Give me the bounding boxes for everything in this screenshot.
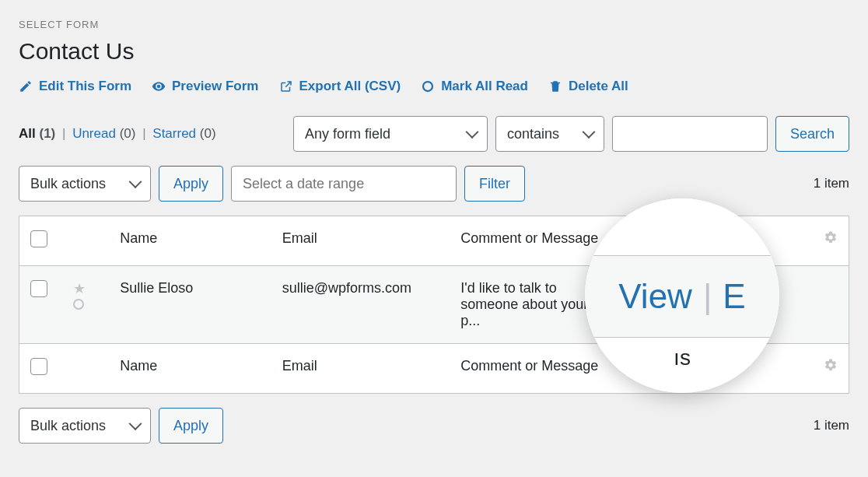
- filter-button[interactable]: Filter: [464, 166, 525, 202]
- read-indicator-icon[interactable]: [73, 299, 84, 310]
- search-button[interactable]: Search: [775, 116, 849, 152]
- filter-toolbar-upper: All (1) | Unread (0) | Starred (0) Any f…: [19, 116, 849, 152]
- apply-button-bottom[interactable]: Apply: [159, 408, 223, 444]
- gear-icon[interactable]: [824, 232, 838, 247]
- trash-icon: [548, 79, 562, 93]
- bulk-actions-select-bottom[interactable]: Bulk actions: [19, 408, 151, 444]
- cell-name: Sullie Eloso: [109, 266, 271, 344]
- zoom-overlay: View | E ıs: [585, 198, 779, 393]
- mark-all-read-label: Mark All Read: [441, 79, 528, 94]
- page-title: Contact Us: [19, 38, 849, 65]
- date-range-input[interactable]: [231, 166, 457, 202]
- col-name[interactable]: Name: [109, 216, 271, 266]
- status-all-count: (1): [39, 126, 55, 141]
- preview-form-label: Preview Form: [172, 79, 259, 94]
- filter-toolbar-lower: Bulk actions Apply Filter 1 item: [19, 166, 849, 202]
- toolbar-bottom: Bulk actions Apply 1 item: [19, 408, 849, 444]
- zoom-separator: |: [703, 277, 712, 316]
- star-icon[interactable]: ★: [73, 281, 86, 296]
- status-starred[interactable]: Starred (0): [152, 126, 215, 141]
- select-all-checkbox-top[interactable]: [30, 230, 47, 247]
- bulk-actions-select-top[interactable]: Bulk actions: [19, 166, 151, 202]
- delete-all-label: Delete All: [569, 79, 628, 94]
- col-email-foot[interactable]: Email: [271, 344, 450, 394]
- delete-all-link[interactable]: Delete All: [548, 79, 628, 94]
- status-unread-label: Unread: [72, 126, 116, 141]
- export-csv-link[interactable]: Export All (CSV): [279, 79, 401, 94]
- select-form-label: SELECT FORM: [19, 19, 849, 30]
- zoom-top-band: [585, 198, 779, 256]
- zoom-view-link[interactable]: View: [618, 277, 692, 316]
- eye-icon: [152, 79, 166, 93]
- item-count-bottom: 1 item: [814, 418, 849, 433]
- status-starred-count: (0): [200, 126, 216, 141]
- edit-form-link[interactable]: Edit This Form: [19, 79, 131, 94]
- field-select[interactable]: Any form field: [293, 116, 488, 152]
- export-icon: [279, 79, 293, 93]
- search-input[interactable]: [612, 116, 768, 152]
- zoom-mid-band: View | E: [585, 256, 779, 337]
- select-all-checkbox-bottom[interactable]: [30, 358, 47, 375]
- cell-email: sullie@wpforms.com: [271, 266, 450, 344]
- status-unread-count: (0): [120, 126, 136, 141]
- col-email[interactable]: Email: [271, 216, 450, 266]
- gear-icon[interactable]: [824, 360, 838, 375]
- form-action-links: Edit This Form Preview Form Export All (…: [19, 79, 849, 94]
- status-tabs: All (1) | Unread (0) | Starred (0): [19, 126, 216, 142]
- comparison-select[interactable]: contains: [495, 116, 604, 152]
- pencil-icon: [19, 79, 33, 93]
- status-all[interactable]: All (1): [19, 126, 59, 141]
- edit-form-label: Edit This Form: [39, 79, 131, 94]
- col-message-foot[interactable]: Comment or Message: [450, 344, 620, 394]
- status-unread[interactable]: Unread (0): [72, 126, 139, 141]
- apply-button-top[interactable]: Apply: [159, 166, 223, 202]
- zoom-partial-text: E: [723, 277, 745, 316]
- separator: |: [142, 126, 145, 141]
- preview-form-link[interactable]: Preview Form: [152, 79, 259, 94]
- export-csv-label: Export All (CSV): [299, 79, 401, 94]
- status-all-label: All: [19, 126, 36, 141]
- separator: |: [62, 126, 65, 141]
- zoom-bottom-snippet: ıs: [674, 345, 691, 370]
- status-starred-label: Starred: [152, 126, 196, 141]
- col-name-foot[interactable]: Name: [109, 344, 271, 394]
- row-checkbox[interactable]: [30, 280, 47, 297]
- circle-icon: [421, 79, 435, 93]
- item-count-top: 1 item: [814, 176, 849, 191]
- mark-all-read-link[interactable]: Mark All Read: [421, 79, 528, 94]
- svg-point-0: [423, 82, 432, 91]
